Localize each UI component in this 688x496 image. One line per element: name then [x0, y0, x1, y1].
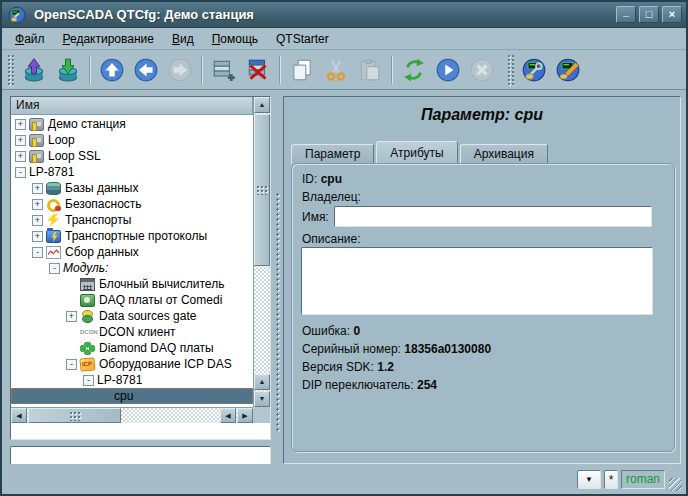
minimize-button[interactable]: _ [616, 6, 636, 23]
cut-button[interactable] [320, 54, 352, 86]
tree-item[interactable]: +Транспортные протоколы [11, 228, 253, 244]
tree-horizontal-scrollbar[interactable]: ◀ ◀ ▶ [11, 407, 253, 423]
expander-icon[interactable]: - [83, 375, 94, 386]
tree-item[interactable]: DCON клиент [11, 324, 253, 340]
paste-button[interactable] [354, 54, 386, 86]
expander-icon[interactable]: - [49, 263, 60, 274]
expander-icon[interactable]: + [15, 135, 26, 146]
name-label: Имя: [302, 210, 329, 224]
expander-icon[interactable]: + [66, 311, 77, 322]
tree-item[interactable]: +Базы данных [11, 180, 253, 196]
up-level-icon [99, 57, 125, 83]
expander-icon[interactable]: + [15, 119, 26, 130]
save-to-db-button[interactable] [52, 54, 84, 86]
refresh-button[interactable] [398, 54, 430, 86]
error-field: Ошибка: 0 [302, 324, 360, 338]
tree-item-label: cpu [114, 389, 137, 403]
expander-spacer [66, 295, 77, 306]
thumb-grip-icon [69, 411, 81, 421]
tree-item[interactable]: -LP-8781 [11, 372, 253, 388]
scrollbar-corner [253, 407, 270, 423]
tree-item[interactable]: +Data sources gate [11, 308, 253, 324]
status-star-button[interactable]: * [604, 470, 618, 489]
tree-item[interactable]: -Сбор данных [11, 244, 253, 260]
tree-item[interactable]: cpu [11, 388, 253, 404]
expander-icon[interactable]: - [32, 247, 43, 258]
copy-button[interactable] [286, 54, 318, 86]
forward-button[interactable] [164, 54, 196, 86]
tab-archiving[interactable]: Архивация [460, 144, 548, 164]
menu-view[interactable]: Вид [163, 30, 203, 48]
expander-icon[interactable]: + [32, 231, 43, 242]
qtstarter-config-button[interactable] [518, 54, 550, 86]
status-combo-button[interactable]: ▼ [577, 470, 601, 489]
tree-item[interactable]: Diamond DAQ платы [11, 340, 253, 356]
delete-item-button[interactable] [242, 54, 274, 86]
stop-button[interactable] [466, 54, 498, 86]
tree-item[interactable]: -Модуль: [11, 260, 253, 276]
scrollbar-thumb[interactable] [28, 408, 121, 423]
menu-edit[interactable]: Редактирование [54, 30, 163, 48]
protocol-icon [46, 230, 61, 243]
menu-help[interactable]: Помощь [203, 30, 267, 48]
expander-icon[interactable]: + [32, 215, 43, 226]
expander-icon[interactable]: + [32, 199, 43, 210]
tree-item-label: Безопасность [65, 197, 146, 211]
qtstarter-edit-icon [555, 57, 581, 83]
tree-item[interactable]: -LP-8781 [11, 164, 253, 180]
expander-icon[interactable]: - [66, 359, 77, 370]
scroll-up-button[interactable]: ▲ [254, 374, 270, 390]
sdk-label: Версия SDK: [302, 360, 374, 374]
scrollbar-thumb[interactable] [254, 114, 270, 266]
owner-field: Владелец: [302, 190, 361, 204]
scroll-up-button[interactable]: ▲ [254, 97, 270, 113]
menu-file[interactable]: Файл [6, 30, 54, 48]
id-value: cpu [321, 172, 342, 186]
tree-item[interactable]: Блочный вычислитель [11, 276, 253, 292]
tree-item[interactable]: +Демо станция [11, 116, 253, 132]
security-icon [46, 198, 61, 211]
load-from-db-icon [21, 57, 47, 83]
menu-qtstarter[interactable]: QTStarter [267, 30, 338, 48]
tree-item[interactable]: +Безопасность [11, 196, 253, 212]
toolbar-separator [391, 56, 393, 84]
toolbar-handle[interactable] [7, 54, 14, 86]
back-button[interactable] [130, 54, 162, 86]
current-user-badge[interactable]: roman [621, 470, 665, 489]
dip-field: DIP переключатель: 254 [302, 378, 437, 392]
tree-item[interactable]: +Loop SSL [11, 148, 253, 164]
tree-item-label: Оборудование ICP DAS [99, 357, 236, 371]
up-level-button[interactable] [96, 54, 128, 86]
resize-grip[interactable] [669, 478, 682, 491]
tab-parameter[interactable]: Параметр [291, 144, 374, 164]
qtstarter-toolbar-handle[interactable] [507, 54, 514, 86]
close-button[interactable]: × [662, 6, 682, 23]
start-button[interactable] [432, 54, 464, 86]
tree-column-header[interactable]: Имя [11, 97, 253, 115]
tree-vertical-scrollbar[interactable]: ▲ ▲ ▼ [253, 97, 270, 407]
scroll-down-button[interactable]: ▼ [254, 391, 270, 407]
qtstarter-config-icon [521, 57, 547, 83]
tree-filter-input[interactable] [10, 446, 271, 466]
tree-item[interactable]: DAQ платы от Comedi [11, 292, 253, 308]
tree-item[interactable]: -Оборудование ICP DAS [11, 356, 253, 372]
expander-icon[interactable]: + [15, 151, 26, 162]
tree-item[interactable]: +Loop [11, 132, 253, 148]
expander-icon[interactable]: - [15, 167, 26, 178]
qtstarter-edit-button[interactable] [552, 54, 584, 86]
description-textarea[interactable] [301, 247, 653, 315]
scroll-left-button[interactable]: ◀ [220, 408, 236, 423]
tab-attributes[interactable]: Атрибуты [376, 141, 457, 164]
expander-icon[interactable]: + [32, 183, 43, 194]
add-item-button[interactable] [208, 54, 240, 86]
tree-item[interactable]: +Транспорты [11, 212, 253, 228]
maximize-button[interactable]: □ [639, 6, 659, 23]
load-from-db-button[interactable] [18, 54, 50, 86]
panel-splitter[interactable] [272, 96, 283, 464]
refresh-icon [401, 57, 427, 83]
name-input[interactable] [334, 206, 652, 227]
attributes-groupbox: ID: cpu Владелец: Имя: Описание: Ошибка:… [291, 163, 675, 452]
scroll-left-button[interactable]: ◀ [11, 408, 27, 423]
scroll-right-button[interactable]: ▶ [237, 408, 253, 423]
tree-item-label: Loop SSL [48, 149, 105, 163]
